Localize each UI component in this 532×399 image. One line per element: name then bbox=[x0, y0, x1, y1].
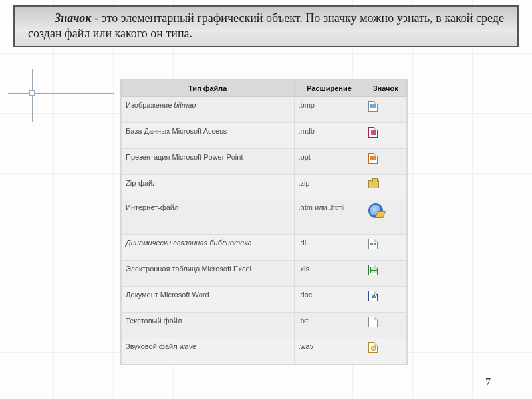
dll-icon bbox=[368, 239, 378, 249]
table-row: Документ Microsoft Word .doc W bbox=[122, 287, 407, 313]
cell-type: База Данных Microsoft Access bbox=[126, 127, 227, 135]
cell-type: Документ Microsoft Word bbox=[126, 291, 209, 299]
definition-panel: Значок - это элементарный графический об… bbox=[13, 5, 519, 47]
zip-icon bbox=[368, 180, 379, 188]
table-row: База Данных Microsoft Access .mdb bbox=[122, 123, 407, 149]
cell-ext: .htm или .html bbox=[294, 200, 364, 235]
cell-ext: .dll bbox=[294, 235, 364, 261]
cell-type: Презентация Microsoft Power Point bbox=[126, 153, 243, 161]
cell-ext: .wav bbox=[294, 338, 364, 364]
cell-type: Электронная таблица Microsoft Excel bbox=[126, 265, 251, 273]
file-types-table: Тип файла Расширение Значок Изображение … bbox=[121, 80, 407, 364]
xls-icon bbox=[368, 265, 378, 275]
cell-ext: .xls bbox=[294, 261, 364, 287]
mdb-icon bbox=[368, 127, 378, 138]
html-icon bbox=[368, 203, 383, 218]
cell-ext: .doc bbox=[294, 287, 364, 313]
wav-icon bbox=[368, 342, 378, 353]
header-icon: Значок bbox=[364, 80, 407, 97]
decor-crosshair bbox=[8, 69, 114, 129]
cell-type: Интернет-файл bbox=[126, 203, 178, 211]
table-row: Интернет-файл .htm или .html bbox=[122, 200, 407, 235]
table-row: Электронная таблица Microsoft Excel .xls bbox=[122, 261, 407, 287]
cell-type-italic: Динамически связанная библиотека bbox=[126, 239, 252, 247]
table-header-row: Тип файла Расширение Значок bbox=[122, 80, 407, 97]
table-row: Презентация Microsoft Power Point .ppt bbox=[122, 149, 407, 175]
cell-ext: .mdb bbox=[294, 123, 364, 149]
doc-icon: W bbox=[368, 291, 378, 301]
cell-type-italic: wave bbox=[180, 342, 197, 350]
table-row: Zip-файл .zip bbox=[122, 175, 407, 200]
cell-ext: .zip bbox=[294, 175, 364, 200]
definition-term: Значок bbox=[55, 11, 92, 25]
table-row: Изображение bitmap .bmp bbox=[122, 97, 407, 123]
table-row: Динамически связанная библиотека .dll bbox=[122, 235, 407, 261]
cell-type: Изображение bbox=[126, 101, 174, 109]
definition-dash: - bbox=[92, 11, 102, 25]
bmp-icon bbox=[368, 101, 378, 112]
cell-type: Текстовый файл bbox=[126, 317, 182, 325]
ppt-icon bbox=[368, 153, 378, 164]
cell-ext: .txt bbox=[294, 313, 364, 338]
cell-type-italic: bitmap bbox=[174, 101, 196, 109]
cell-type: Звуковой файл bbox=[126, 342, 180, 350]
header-ext: Расширение bbox=[294, 80, 364, 97]
cell-ext: .ppt bbox=[294, 149, 364, 175]
header-type: Тип файла bbox=[122, 80, 295, 97]
cell-ext: .bmp bbox=[294, 97, 364, 123]
table-row: Звуковой файл wave .wav bbox=[122, 338, 407, 364]
table-row: Текстовый файл .txt bbox=[122, 313, 407, 338]
txt-icon bbox=[368, 317, 378, 327]
page-number: 7 bbox=[485, 376, 491, 388]
cell-type: Zip-файл bbox=[126, 179, 157, 187]
